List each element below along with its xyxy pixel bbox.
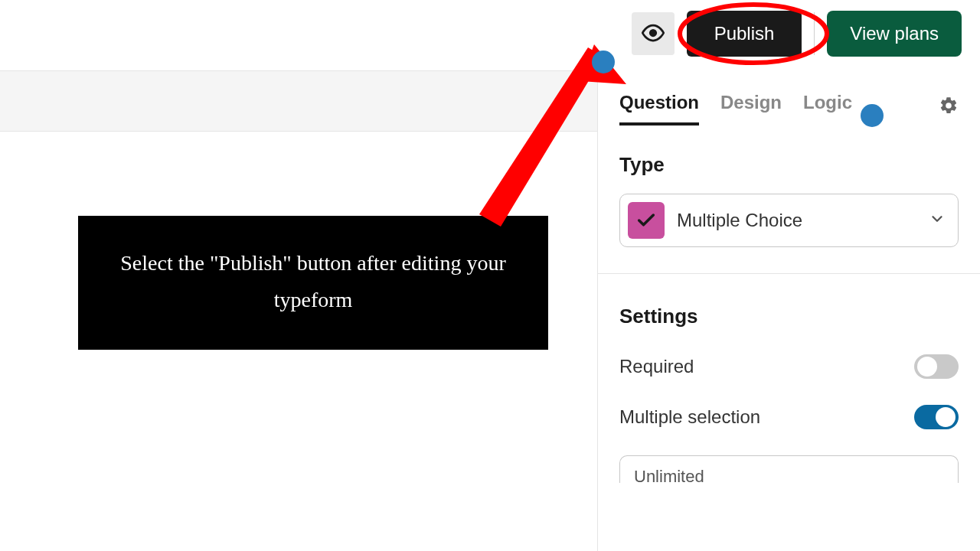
annotation-callout-text: Select the "Publish" button after editin… <box>120 251 505 311</box>
tab-logic[interactable]: Logic <box>803 92 852 122</box>
multiple-selection-toggle[interactable] <box>914 405 959 429</box>
type-heading: Type <box>619 153 959 177</box>
toggle-thumb <box>936 407 956 427</box>
setting-multiple-selection: Multiple selection <box>619 405 959 429</box>
required-toggle[interactable] <box>914 354 959 379</box>
eye-icon <box>642 21 665 47</box>
selection-limit-selector[interactable]: Unlimited <box>619 455 959 483</box>
panel-divider <box>598 273 980 274</box>
multiple-selection-label: Multiple selection <box>619 406 760 428</box>
question-type-selector[interactable]: Multiple Choice <box>619 194 959 247</box>
publish-label: Publish <box>714 23 775 44</box>
svg-point-0 <box>650 30 656 36</box>
panel-tabs: Question Design Logic <box>619 70 959 122</box>
multiple-choice-icon <box>628 202 665 239</box>
settings-gear-button[interactable] <box>939 96 959 119</box>
editor-header-bar <box>0 70 597 132</box>
annotation-callout: Select the "Publish" button after editin… <box>78 216 548 350</box>
settings-heading: Settings <box>619 305 959 328</box>
toggle-thumb <box>917 357 937 377</box>
preview-button[interactable] <box>632 12 675 55</box>
toolbar-divider <box>814 12 815 55</box>
setting-required: Required <box>619 354 959 379</box>
right-panel: Question Design Logic Type Multiple Choi… <box>597 70 980 551</box>
chevron-down-icon <box>929 210 946 230</box>
question-type-label: Multiple Choice <box>677 210 916 231</box>
top-toolbar: Publish View plans <box>613 0 980 67</box>
publish-button[interactable]: Publish <box>687 11 802 57</box>
tab-question[interactable]: Question <box>619 92 699 122</box>
tab-design[interactable]: Design <box>720 92 782 122</box>
required-label: Required <box>619 356 694 377</box>
selection-limit-value: Unlimited <box>634 467 704 483</box>
view-plans-label: View plans <box>850 23 939 44</box>
view-plans-button[interactable]: View plans <box>827 11 962 57</box>
gear-icon <box>939 105 959 118</box>
